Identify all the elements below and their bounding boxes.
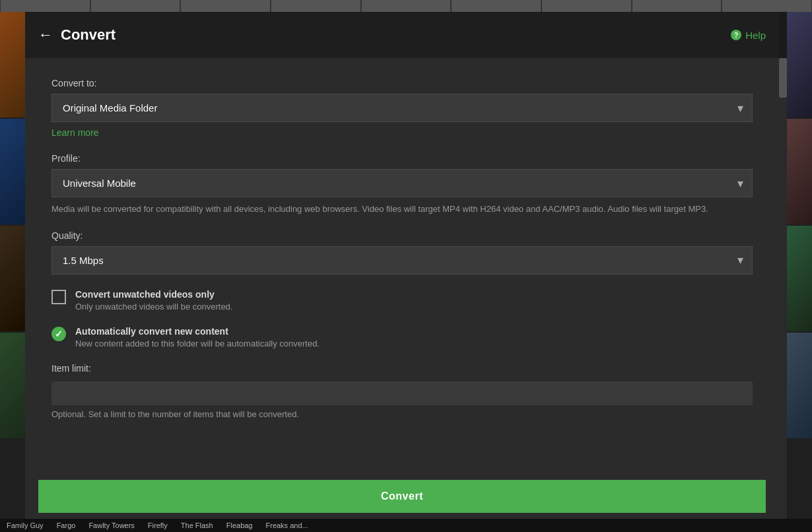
help-label: Help xyxy=(745,30,766,41)
profile-label: Profile: xyxy=(51,153,753,164)
sidebar-item-deadwood xyxy=(0,226,25,331)
profile-group: Profile: Universal Mobile Media will be … xyxy=(51,153,753,216)
sidebar-item-right-1 xyxy=(787,12,812,117)
convert-to-select[interactable]: Original Media Folder xyxy=(51,94,753,122)
convert-unwatched-sublabel: Only unwatched videos will be converted. xyxy=(75,302,232,312)
convert-to-label: Convert to: xyxy=(51,78,753,88)
sidebar-item-family xyxy=(0,333,25,438)
header-bar: ← Convert ? Help xyxy=(25,12,779,58)
item-limit-input[interactable] xyxy=(51,382,753,405)
sidebar-item-right-3 xyxy=(787,226,812,331)
strip-title-0: Family Guy xyxy=(7,521,44,529)
profile-select-wrapper: Universal Mobile xyxy=(51,169,753,197)
bottom-strip: Family Guy Fargo Fawlty Towers Firefly T… xyxy=(0,519,812,532)
convert-unwatched-text: Convert unwatched videos only Only unwat… xyxy=(75,289,232,312)
item-limit-description: Optional. Set a limit to the number of i… xyxy=(51,409,753,419)
sidebar-left xyxy=(0,12,25,519)
item-limit-label: Item limit: xyxy=(51,363,753,374)
auto-convert-checkbox[interactable] xyxy=(51,327,66,341)
auto-convert-label: Automatically convert new content xyxy=(75,326,320,337)
convert-to-group: Convert to: Original Media Folder Learn … xyxy=(51,78,753,139)
quality-label: Quality: xyxy=(51,230,753,241)
quality-select-wrapper: 1.5 Mbps xyxy=(51,246,753,275)
sidebar-right xyxy=(787,12,812,519)
auto-convert-group: Automatically convert new content New co… xyxy=(51,326,753,349)
sidebar-item-carnival xyxy=(0,12,25,117)
convert-unwatched-checkbox[interactable] xyxy=(51,290,66,304)
item-limit-group: Item limit: Optional. Set a limit to the… xyxy=(51,363,753,419)
auto-convert-sublabel: New content added to this folder will be… xyxy=(75,339,320,349)
footer-bar: Convert xyxy=(25,474,779,519)
profile-select[interactable]: Universal Mobile xyxy=(51,169,753,197)
convert-unwatched-label: Convert unwatched videos only xyxy=(75,289,232,300)
scrollbar[interactable] xyxy=(779,58,787,519)
dialog-content: Convert to: Original Media Folder Learn … xyxy=(25,58,779,486)
page-title: Convert xyxy=(61,26,731,44)
sidebar-item-dw xyxy=(0,119,25,224)
convert-unwatched-group: Convert unwatched videos only Only unwat… xyxy=(51,289,753,312)
sidebar-item-right-4 xyxy=(787,333,812,438)
strip-title-3: Firefly xyxy=(148,521,168,529)
sidebar-item-right-2 xyxy=(787,119,812,224)
auto-convert-text: Automatically convert new content New co… xyxy=(75,326,320,349)
help-button[interactable]: ? Help xyxy=(731,30,766,41)
quality-group: Quality: 1.5 Mbps xyxy=(51,230,753,275)
strip-title-4: The Flash xyxy=(181,521,213,529)
strip-title-6: Freaks and... xyxy=(266,521,308,529)
strip-title-1: Fargo xyxy=(57,521,76,529)
profile-description: Media will be converted for compatibilit… xyxy=(51,203,753,216)
quality-select[interactable]: 1.5 Mbps xyxy=(51,246,753,275)
strip-title-5: Fleabag xyxy=(226,521,253,529)
strip-title-2: Fawlty Towers xyxy=(88,521,134,529)
scrollbar-thumb[interactable] xyxy=(779,58,787,98)
convert-to-select-wrapper: Original Media Folder xyxy=(51,94,753,122)
back-button[interactable]: ← xyxy=(38,28,53,42)
convert-unwatched-row: Convert unwatched videos only Only unwat… xyxy=(51,289,753,312)
convert-button[interactable]: Convert xyxy=(38,480,766,513)
background-top-strip xyxy=(0,0,812,12)
auto-convert-row: Automatically convert new content New co… xyxy=(51,326,753,349)
help-icon: ? xyxy=(731,30,741,40)
learn-more-link[interactable]: Learn more xyxy=(51,127,99,138)
